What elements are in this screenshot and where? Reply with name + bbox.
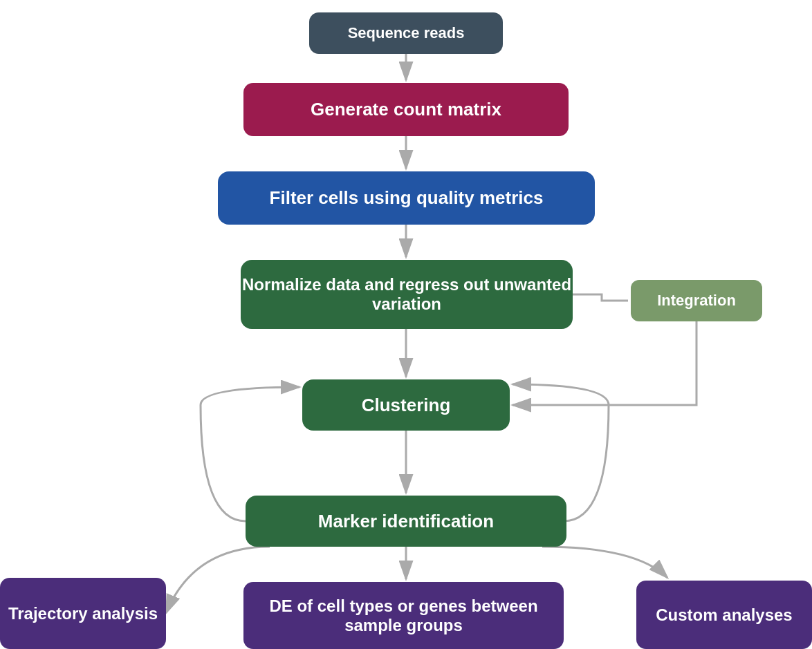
diagram-container: Sequence reads Generate count matrix Fil…: [0, 0, 812, 649]
arrow-marker-to-custom: [542, 547, 667, 578]
custom-node: Custom analyses: [636, 581, 812, 649]
clustering-node: Clustering: [302, 379, 510, 431]
normalize-label: Normalize data and regress out unwanted …: [241, 275, 573, 314]
count-matrix-node: Generate count matrix: [243, 83, 569, 136]
trajectory-label: Trajectory analysis: [8, 604, 158, 623]
custom-label: Custom analyses: [656, 605, 792, 625]
integration-node: Integration: [631, 280, 762, 321]
arrow-normalize-right: [573, 294, 628, 301]
de-node: DE of cell types or genes between sample…: [243, 582, 564, 649]
sequence-node: Sequence reads: [309, 12, 503, 54]
filter-label: Filter cells using quality metrics: [270, 187, 544, 209]
integration-label: Integration: [657, 292, 736, 310]
trajectory-node: Trajectory analysis: [0, 578, 166, 649]
marker-label: Marker identification: [318, 511, 494, 532]
arrow-integration-to-clustering: [513, 321, 696, 405]
count-matrix-label: Generate count matrix: [311, 99, 501, 120]
marker-node: Marker identification: [246, 496, 566, 547]
normalize-node: Normalize data and regress out unwanted …: [241, 260, 573, 329]
clustering-label: Clustering: [362, 395, 451, 416]
filter-node: Filter cells using quality metrics: [218, 171, 595, 225]
de-label: DE of cell types or genes between sample…: [243, 596, 564, 635]
sequence-label: Sequence reads: [348, 24, 465, 42]
